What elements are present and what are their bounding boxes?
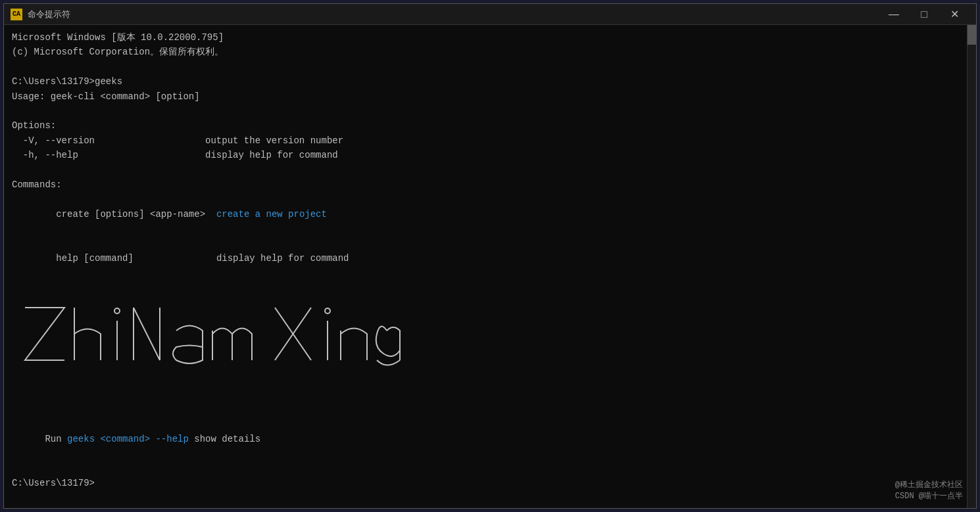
maximize-button[interactable]: □ <box>909 4 939 25</box>
terminal-commands-header: Commands: <box>12 177 968 192</box>
terminal-cmd-create-right: create a new project <box>216 209 327 220</box>
app-icon-text: CA <box>12 11 20 18</box>
app-icon: CA <box>11 9 22 20</box>
ascii-art-logo <box>12 298 459 390</box>
terminal-line-1: Microsoft Windows [版本 10.0.22000.795] <box>12 30 968 45</box>
close-button[interactable]: ✕ <box>939 4 969 25</box>
watermark: @稀土掘金技术社区 CSDN @喵十一点半 <box>895 479 963 501</box>
terminal-usage: Usage: geek-cli <command> [option] <box>12 89 968 104</box>
terminal-prompt-2: C:\Users\13179> <box>12 476 968 490</box>
watermark-line2: CSDN @喵十一点半 <box>895 490 963 501</box>
titlebar: CA 命令提示符 — □ ✕ <box>4 4 976 25</box>
terminal-prompt-1: C:\Users\13179>geeks <box>12 74 968 89</box>
ascii-art-container <box>12 298 968 394</box>
terminal-cmd-help-right: display help for command <box>216 253 349 264</box>
scrollbar-thumb[interactable] <box>968 25 976 45</box>
terminal-cmd-help-left: help [command] <box>45 253 216 264</box>
terminal-content[interactable]: Microsoft Windows [版本 10.0.22000.795] (c… <box>4 25 976 508</box>
terminal-options-header: Options: <box>12 118 968 133</box>
svg-line-4 <box>134 308 160 360</box>
scrollbar[interactable] <box>967 25 976 508</box>
svg-point-1 <box>114 308 120 314</box>
minimize-button[interactable]: — <box>879 4 909 25</box>
window-title: 命令提示符 <box>28 9 879 20</box>
terminal-cmd-create-left: create [options] <app-name> <box>45 209 216 220</box>
terminal-run-suffix: show details <box>189 434 260 444</box>
watermark-line1: @稀土掘金技术社区 <box>895 479 963 490</box>
terminal-run-highlight: geeks <command> --help <box>67 434 189 444</box>
terminal-cmd-create: create [options] <app-name> create a new… <box>12 192 968 236</box>
terminal-run-prefix: Run <box>45 434 67 444</box>
terminal-run-line: Run geeks <command> --help show details <box>12 417 968 461</box>
terminal-option-h: -h, --help display help for command <box>12 148 968 162</box>
terminal-cmd-help: help [command] display help for command <box>12 236 968 280</box>
terminal-window: CA 命令提示符 — □ ✕ Microsoft Windows [版本 10.… <box>3 3 977 509</box>
terminal-line-2: (c) Microsoft Corporation。保留所有权利。 <box>12 45 968 59</box>
svg-point-9 <box>325 308 330 314</box>
window-controls: — □ ✕ <box>879 4 969 25</box>
terminal-option-v: -V, --version output the version number <box>12 133 968 148</box>
